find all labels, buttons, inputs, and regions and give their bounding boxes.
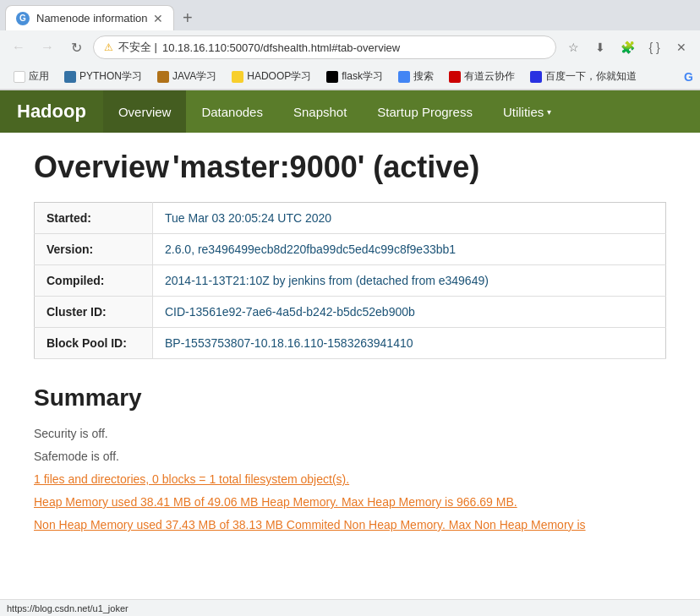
label-cluster-id: Cluster ID: <box>35 297 153 328</box>
toolbar-icons: ☆ ⬇ 🧩 { } ✕ <box>561 35 693 59</box>
bookmarks-bar: 应用 PYTHON学习 JAVA学习 HADOOP学习 flask学习 搜索 有… <box>0 64 700 90</box>
label-compiled: Compiled: <box>35 265 153 297</box>
bookmark-csdn-label: 有道云协作 <box>464 69 515 84</box>
hadoop-icon <box>232 71 243 83</box>
address-bar-row: ← → ↻ ⚠ 不安全 | 10.18.16.110:50070/dfsheal… <box>0 30 700 64</box>
bookmark-python-label: PYTHON学习 <box>79 69 142 84</box>
bookmark-hadoop-label: HADOOP学习 <box>247 69 311 84</box>
bookmark-hadoop[interactable]: HADOOP学习 <box>225 68 318 85</box>
label-started: Started: <box>35 203 153 234</box>
bookmark-java-label: JAVA学习 <box>172 69 216 84</box>
bookmark-flask-label: flask学习 <box>342 69 383 84</box>
table-row-version: Version: 2.6.0, re3496499ecb8d220fba99dc… <box>35 234 666 265</box>
url-display: 不安全 | <box>118 40 157 55</box>
bookmark-apps[interactable]: 应用 <box>7 68 56 85</box>
back-button[interactable]: ← <box>7 35 30 59</box>
page-subtitle: 'master:9000' (active) <box>172 150 479 184</box>
summary-filesystem[interactable]: 1 files and directories, 0 blocks = 1 to… <box>34 471 666 488</box>
download-button[interactable]: ⬇ <box>588 35 612 59</box>
summary-safemode: Safemode is off. <box>34 448 666 466</box>
bookmark-apps-label: 应用 <box>29 69 49 84</box>
forward-button[interactable]: → <box>36 35 59 59</box>
utilities-caret: ▾ <box>547 107 551 117</box>
csdn-icon <box>449 71 461 83</box>
page-title: Overview <box>34 150 169 184</box>
value-block-pool-id: BP-1553753807-10.18.16.110-1583263941410 <box>153 328 666 359</box>
link-version[interactable]: 2.6.0, re3496499ecb8d220fba99dc5ed4c99c8… <box>165 243 456 256</box>
info-table: Started: Tue Mar 03 20:05:24 UTC 2020 Ve… <box>34 202 666 359</box>
bookmark-baidu-label: 百度一下，你就知道 <box>545 69 637 84</box>
active-tab[interactable]: G Namenode information ✕ <box>5 5 174 30</box>
label-block-pool-id: Block Pool ID: <box>35 328 153 359</box>
bookmark-baidu[interactable]: 百度一下，你就知道 <box>523 68 643 85</box>
link-started[interactable]: Tue Mar 03 20:05:24 UTC 2020 <box>165 211 331 225</box>
bookmark-csdn[interactable]: 有道云协作 <box>442 68 522 85</box>
nav-item-snapshot[interactable]: Snapshot <box>278 90 362 133</box>
link-cluster-id[interactable]: CID-13561e92-7ae6-4a5d-b242-b5dc52eb900b <box>165 305 415 319</box>
nav-item-startup-progress[interactable]: Startup Progress <box>362 90 488 133</box>
menu-button[interactable]: ✕ <box>670 35 693 59</box>
link-block-pool-id[interactable]: BP-1553753807-10.18.16.110-1583263941410 <box>165 336 413 350</box>
summary-heap[interactable]: Heap Memory used 38.41 MB of 49.06 MB He… <box>34 493 666 511</box>
label-version: Version: <box>35 234 153 265</box>
hadoop-logo: Hadoop <box>0 90 103 133</box>
nav-item-overview[interactable]: Overview <box>103 90 187 133</box>
page-header: Overview 'master:9000' (active) <box>34 150 666 185</box>
link-compiled[interactable]: 2014-11-13T21:10Z by jenkins from (detac… <box>165 274 489 287</box>
summary-nonheap[interactable]: Non Heap Memory used 37.43 MB of 38.13 M… <box>34 516 666 534</box>
flask-icon <box>326 71 338 83</box>
table-row-block-pool-id: Block Pool ID: BP-1553753807-10.18.16.11… <box>35 328 666 359</box>
value-cluster-id: CID-13561e92-7ae6-4a5d-b242-b5dc52eb900b <box>153 297 666 328</box>
table-row-started: Started: Tue Mar 03 20:05:24 UTC 2020 <box>35 203 666 234</box>
address-bar[interactable]: ⚠ 不安全 | 10.18.16.110:50070/dfshealth.htm… <box>93 35 556 59</box>
table-row-compiled: Compiled: 2014-11-13T21:10Z by jenkins f… <box>35 265 666 297</box>
utilities-label: Utilities <box>503 105 544 119</box>
tab-favicon: G <box>16 12 30 25</box>
extensions-button[interactable]: 🧩 <box>615 35 639 59</box>
tab-bar: G Namenode information ✕ + <box>0 0 700 30</box>
summary-security: Security is off. <box>34 425 666 443</box>
tab-close-button[interactable]: ✕ <box>153 12 163 25</box>
value-compiled: 2014-11-13T21:10Z by jenkins from (detac… <box>153 265 666 297</box>
search-icon <box>398 71 410 83</box>
security-icon: ⚠ <box>104 41 113 53</box>
google-icon[interactable]: G <box>684 70 693 84</box>
new-tab-button[interactable]: + <box>178 5 198 30</box>
summary-title: Summary <box>34 384 666 412</box>
refresh-button[interactable]: ↻ <box>64 35 88 59</box>
bookmark-search[interactable]: 搜索 <box>391 68 440 85</box>
tab-title: Namenode information <box>36 12 148 25</box>
value-started: Tue Mar 03 20:05:24 UTC 2020 <box>153 203 666 234</box>
summary-section: Summary Security is off. Safemode is off… <box>34 384 666 534</box>
table-row-cluster-id: Cluster ID: CID-13561e92-7ae6-4a5d-b242-… <box>35 297 666 328</box>
bookmark-star-button[interactable]: ☆ <box>561 35 585 59</box>
bookmark-search-label: 搜索 <box>413 69 434 84</box>
nav-item-utilities[interactable]: Utilities ▾ <box>488 90 566 133</box>
nav-items: Overview Datanodes Snapshot Startup Prog… <box>103 90 566 133</box>
browser-chrome: G Namenode information ✕ + ← → ↻ ⚠ 不安全 |… <box>0 0 700 90</box>
hadoop-nav: Hadoop Overview Datanodes Snapshot Start… <box>0 90 700 133</box>
nav-item-datanodes[interactable]: Datanodes <box>186 90 278 133</box>
url-text: 10.18.16.110:50070/dfshealth.html#tab-ov… <box>162 41 400 54</box>
bookmark-flask[interactable]: flask学习 <box>320 68 390 85</box>
devtools-button[interactable]: { } <box>643 35 666 59</box>
java-icon <box>157 71 169 83</box>
bookmark-python[interactable]: PYTHON学习 <box>57 68 149 85</box>
value-version: 2.6.0, re3496499ecb8d220fba99dc5ed4c99c8… <box>153 234 666 265</box>
bookmark-java[interactable]: JAVA学习 <box>150 68 223 85</box>
apps-icon <box>14 71 25 83</box>
main-content: Overview 'master:9000' (active) Started:… <box>0 133 700 556</box>
python-icon <box>64 71 76 83</box>
baidu-icon <box>530 71 542 83</box>
